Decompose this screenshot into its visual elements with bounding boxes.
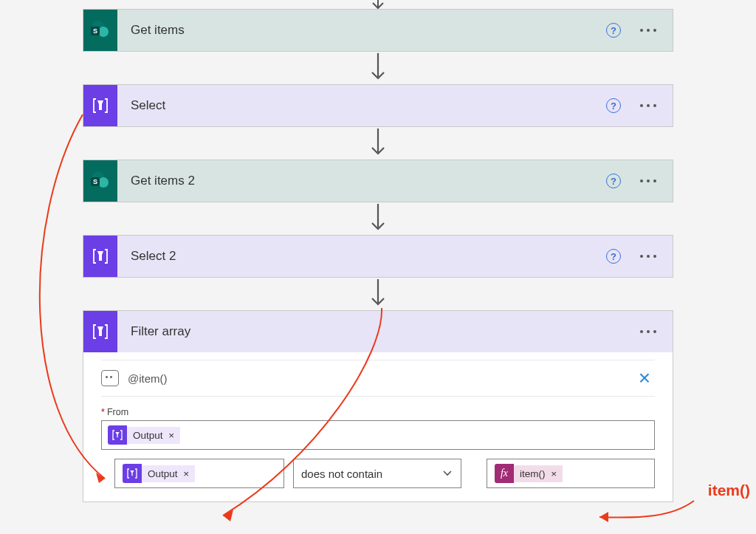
rename-text[interactable]: @item() [128, 372, 625, 385]
step-title: Filter array [117, 324, 640, 339]
transition-arrow [83, 278, 673, 310]
filter-body: @item() × *From Output × [83, 352, 673, 502]
svg-marker-7 [599, 512, 608, 522]
data-operation-icon [83, 236, 117, 277]
condition-operator-select[interactable]: does not contain [293, 459, 461, 488]
token-expression-item[interactable]: fx item() × [495, 464, 563, 483]
step-get-items-2[interactable]: S Get items 2 ? [83, 160, 673, 202]
transition-arrow [83, 127, 673, 160]
token-output-left[interactable]: Output × [123, 464, 195, 483]
step-title: Select 2 [117, 249, 606, 264]
remove-token-icon[interactable]: × [183, 468, 189, 479]
rename-icon [101, 370, 119, 386]
help-icon[interactable]: ? [606, 98, 621, 113]
token-output-from[interactable]: Output × [108, 425, 180, 445]
condition-right-input[interactable]: fx item() × [487, 459, 655, 488]
condition-row: Output × does not contain fx item() × [101, 459, 655, 488]
transition-arrow [83, 202, 673, 235]
more-menu-icon[interactable] [640, 255, 656, 258]
help-icon[interactable]: ? [606, 23, 621, 38]
step-title: Get items 2 [117, 174, 606, 188]
more-menu-icon[interactable] [640, 104, 656, 107]
remove-token-icon[interactable]: × [551, 468, 557, 479]
more-menu-icon[interactable] [640, 29, 656, 32]
sharepoint-icon: S [83, 10, 117, 51]
flow-column: S Get items ? Select ? [83, 0, 673, 502]
more-menu-icon[interactable] [640, 330, 656, 333]
condition-left-input[interactable]: Output × [114, 459, 284, 488]
step-select-2[interactable]: Select 2 ? [83, 235, 673, 278]
from-input[interactable]: Output × [101, 420, 655, 450]
step-get-items[interactable]: S Get items ? [83, 9, 673, 52]
chevron-down-icon [441, 467, 453, 481]
from-label: *From [101, 407, 655, 417]
more-menu-icon[interactable] [640, 179, 656, 182]
data-operation-icon [83, 85, 117, 126]
close-rename-icon[interactable]: × [634, 368, 655, 388]
annotation-item-label: item() [708, 482, 750, 499]
transition-arrow [83, 52, 673, 84]
data-operation-icon [83, 311, 117, 352]
step-title: Get items [117, 23, 606, 38]
svg-marker-6 [223, 510, 233, 521]
help-icon[interactable]: ? [606, 174, 621, 188]
step-filter-array[interactable]: Filter array @item() × *From [83, 310, 673, 502]
step-title: Select [117, 98, 606, 113]
sharepoint-icon: S [83, 160, 117, 202]
remove-token-icon[interactable]: × [168, 430, 174, 441]
step-select[interactable]: Select ? [83, 84, 673, 127]
help-icon[interactable]: ? [606, 249, 621, 264]
